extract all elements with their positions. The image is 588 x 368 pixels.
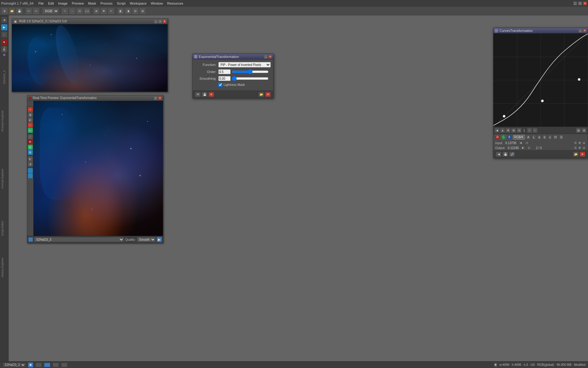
exp-close-btn[interactable]: ✕ <box>268 55 272 59</box>
menu-preview[interactable]: Preview <box>70 1 85 6</box>
toolbar-1to1-btn[interactable]: 1:1 <box>84 8 90 14</box>
preview-red-btn[interactable]: ● <box>28 107 33 112</box>
toolbar-fit-btn[interactable]: ⊡ <box>76 8 83 14</box>
exp-save-btn[interactable]: 💾 <box>202 92 207 97</box>
menu-resources[interactable]: Resources <box>165 1 185 6</box>
status-thumb-btn-2[interactable] <box>44 363 50 367</box>
preview-gray-btn-5[interactable]: ◑ <box>28 162 33 167</box>
channel-r-btn[interactable]: R <box>495 135 500 140</box>
preview-green-btn[interactable]: ▶ <box>28 128 33 133</box>
status-play-btn[interactable]: ▶ <box>495 363 497 367</box>
preview-btn-blue-sq[interactable] <box>28 168 33 173</box>
sidebar-btn-5[interactable] <box>3 53 6 56</box>
curves-btn-5[interactable]: ⊡ <box>517 128 522 133</box>
exp-cancel-btn[interactable]: ✕ <box>209 92 214 97</box>
preview-close-btn[interactable]: ✕ <box>158 96 162 100</box>
curve-point-3[interactable] <box>578 78 580 81</box>
menu-workspace[interactable]: Workspace <box>128 1 149 6</box>
exp-preview-btn[interactable]: 👁 <box>195 92 201 97</box>
channel-b2-btn[interactable]: b <box>543 135 547 140</box>
input-prev-btn[interactable]: ◀ <box>519 141 522 145</box>
menu-edit[interactable]: Edit <box>46 1 56 6</box>
toolbar-b4[interactable]: ⊞ <box>139 8 146 14</box>
output-ctrl-3[interactable]: A <box>582 146 586 150</box>
sidebar-toggle-btn[interactable]: ◀ <box>1 17 8 23</box>
sidebar-btn-3[interactable]: ● <box>1 39 8 45</box>
preview-red-btn-2[interactable]: ✕ <box>28 123 33 128</box>
status-image-select[interactable]: S2HaO3_3 <box>2 362 26 367</box>
output-ctrl-1[interactable]: ⊡ <box>574 146 577 150</box>
image-close-btn[interactable]: ✕ <box>163 20 166 23</box>
app-minimize-btn[interactable]: _ <box>573 2 577 5</box>
app-close-btn[interactable]: ✕ <box>583 2 587 5</box>
channel-s-btn[interactable]: S <box>559 135 564 140</box>
preview-image-select[interactable]: S2HaO3_3 <box>34 237 124 242</box>
preview-btn-blue-sq-2[interactable] <box>28 173 33 178</box>
preview-expand-btn[interactable]: + <box>154 96 157 100</box>
exp-minimize-btn[interactable]: _ <box>264 55 268 59</box>
preview-gray-btn-2[interactable]: ◧ <box>28 117 33 122</box>
curves-btn-zoom[interactable]: + <box>527 128 532 133</box>
status-thumb-btn-4[interactable] <box>61 363 67 367</box>
toolbar-open-btn[interactable]: 📂 <box>9 8 15 14</box>
input-ctrl-3[interactable]: A <box>582 141 586 145</box>
curves-close-btn[interactable]: ✕ <box>583 29 586 33</box>
input-ctrl-2[interactable]: ⊞ <box>578 141 582 145</box>
curves-btn-2[interactable]: ▲ <box>500 128 505 133</box>
channel-g-btn[interactable]: G <box>501 135 506 140</box>
output-ctrl-2[interactable]: ⊞ <box>578 146 582 150</box>
menu-window[interactable]: Window <box>149 1 165 6</box>
smoothing-slider[interactable] <box>232 76 269 81</box>
menu-image[interactable]: Image <box>56 1 70 6</box>
toolbar-zoom-in-btn[interactable]: + <box>62 8 68 14</box>
curves-link-btn[interactable]: 🔗 <box>509 152 515 157</box>
color-mode-dropdown[interactable]: RGB <box>42 8 59 14</box>
output-prev-btn[interactable]: ▶ <box>521 146 525 150</box>
toolbar-undo-btn[interactable]: ↩ <box>25 8 32 14</box>
exp-reset-btn[interactable]: ↺ <box>265 92 271 97</box>
curve-point-1[interactable] <box>503 115 505 117</box>
sidebar-btn-2[interactable]: □ <box>1 31 8 38</box>
preview-btn-r[interactable]: R <box>28 140 33 144</box>
curves-btn-table[interactable]: ▤ <box>576 128 581 133</box>
status-thumb-btn-3[interactable] <box>53 363 59 367</box>
menu-mask[interactable]: Mask <box>86 1 98 6</box>
menu-file[interactable]: File <box>36 1 46 6</box>
channel-c-btn[interactable]: c <box>548 135 552 140</box>
quality-select[interactable]: Smooth <box>137 237 156 242</box>
channel-l-btn[interactable]: L <box>532 135 536 140</box>
curves-minimize-btn[interactable]: _ <box>579 29 582 33</box>
preview-apply-btn[interactable]: ▶ <box>157 237 162 242</box>
toolbar-new-btn[interactable]: ⊕ <box>1 8 8 14</box>
curve-point-2[interactable] <box>541 100 544 102</box>
curves-preview-btn[interactable]: ◀ <box>496 152 501 157</box>
toolbar-zoom-out-btn[interactable]: − <box>69 8 76 14</box>
preview-gray-btn-1[interactable]: ▣ <box>28 112 33 117</box>
curves-btn-info[interactable]: i <box>533 128 537 133</box>
order-slider[interactable] <box>232 69 269 74</box>
curves-load-btn[interactable]: 📂 <box>573 152 579 157</box>
curves-btn-4[interactable]: ⊞ <box>511 128 516 133</box>
channel-h-btn[interactable]: H <box>553 135 558 140</box>
toolbar-b3[interactable]: ⊟ <box>132 8 139 14</box>
toolbar-b1[interactable]: ◧ <box>117 8 124 14</box>
image-minimize-btn[interactable]: _ <box>154 20 158 23</box>
toolbar-select-btn[interactable]: ⊞ <box>93 8 100 14</box>
input-ctrl-1[interactable]: ⊡ <box>574 141 577 145</box>
preview-gray-btn-3[interactable]: □ <box>28 134 33 139</box>
curves-btn-1[interactable]: ◀ <box>495 128 499 133</box>
order-input[interactable] <box>218 69 231 74</box>
channel-a-btn[interactable]: A <box>526 135 531 140</box>
curves-graph[interactable] <box>493 33 588 127</box>
menu-process[interactable]: Process <box>99 1 115 6</box>
lightness-mask-checkbox[interactable] <box>218 83 222 87</box>
toolbar-redo-btn[interactable]: ↪ <box>33 8 40 14</box>
channel-a2-btn[interactable]: a <box>537 135 541 140</box>
toolbar-save-btn[interactable]: 💾 <box>16 8 23 14</box>
output-next-btn[interactable]: ▷ <box>527 146 531 150</box>
toolbar-move-btn[interactable]: ✥ <box>100 8 107 14</box>
curves-close-footer-btn[interactable]: ✕ <box>580 152 585 157</box>
exp-load-btn[interactable]: 📂 <box>258 92 264 97</box>
toolbar-b2[interactable]: ◨ <box>125 8 131 14</box>
preview-btn-g[interactable]: G <box>28 145 33 150</box>
